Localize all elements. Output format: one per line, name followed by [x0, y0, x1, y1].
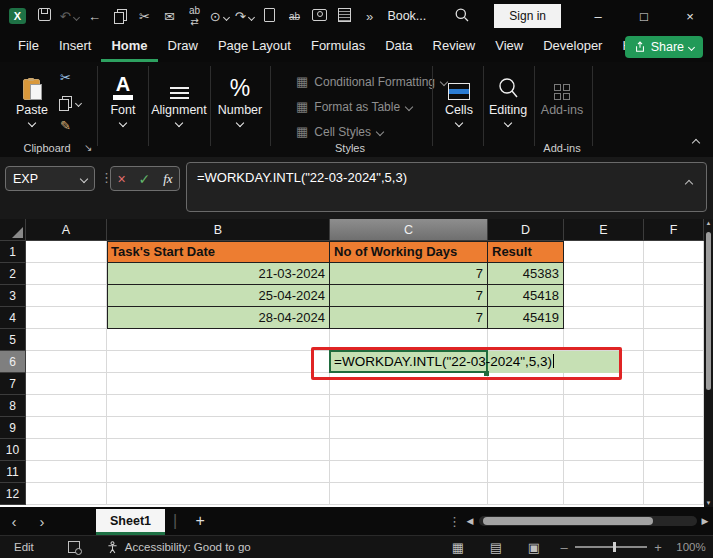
cell-a7[interactable]: [26, 373, 107, 395]
cell-a6[interactable]: [26, 351, 107, 373]
font-group-button[interactable]: A Font: [100, 68, 146, 126]
cell-a11[interactable]: [26, 461, 107, 483]
prev-sheet-icon[interactable]: ‹: [0, 513, 28, 530]
cell-c5[interactable]: [330, 329, 488, 351]
cell-e2[interactable]: [564, 263, 644, 285]
column-header-a[interactable]: A: [26, 219, 107, 241]
new-file-icon[interactable]: [257, 8, 282, 25]
back-icon[interactable]: ←: [82, 9, 107, 24]
zoom-level[interactable]: 100%: [669, 541, 713, 553]
cell-d8[interactable]: [488, 395, 564, 417]
row-header-1[interactable]: 1: [0, 241, 26, 263]
cell-d5[interactable]: [488, 329, 564, 351]
share-button[interactable]: Share: [625, 36, 703, 58]
cell-c2[interactable]: 7: [330, 263, 488, 285]
cell-b1[interactable]: Task's Start Date: [107, 241, 330, 263]
tab-formulas[interactable]: Formulas: [301, 32, 375, 62]
editing-group-button[interactable]: Editing: [485, 68, 531, 126]
page-break-view-icon[interactable]: ▣: [515, 540, 553, 555]
cell-c8[interactable]: [330, 395, 488, 417]
cell-a10[interactable]: [26, 439, 107, 461]
find-replace-icon[interactable]: ab⇄: [182, 5, 207, 27]
cell-f7[interactable]: [644, 373, 704, 395]
cell-d2[interactable]: 45383: [488, 263, 564, 285]
cell-d10[interactable]: [488, 439, 564, 461]
cell-a5[interactable]: [26, 329, 107, 351]
cell-d4[interactable]: 45419: [488, 307, 564, 329]
editing-cell-formula[interactable]: =WORKDAY.INTL("22-03-2024",5,3): [334, 351, 554, 373]
tab-file[interactable]: File: [8, 32, 49, 62]
camera-icon[interactable]: [307, 9, 332, 24]
conditional-formatting-button[interactable]: ▦ Conditional Formatting: [296, 74, 447, 89]
cut-icon[interactable]: ✂: [132, 9, 157, 24]
row-header-9[interactable]: 9: [0, 417, 26, 439]
enter-icon[interactable]: ✓: [139, 171, 151, 187]
column-header-b[interactable]: B: [107, 219, 330, 241]
cell-c7[interactable]: [330, 373, 488, 395]
close-button[interactable]: ×: [667, 9, 713, 24]
tab-review[interactable]: Review: [423, 32, 486, 62]
cell-d12[interactable]: [488, 483, 564, 505]
horizontal-scroll-thumb[interactable]: [483, 517, 653, 525]
page-layout-view-icon[interactable]: ▤: [477, 540, 515, 555]
cell-e12[interactable]: [564, 483, 644, 505]
cell-e5[interactable]: [564, 329, 644, 351]
cell-f12[interactable]: [644, 483, 704, 505]
horizontal-scrollbar[interactable]: [479, 516, 697, 526]
cell-d3[interactable]: 45418: [488, 285, 564, 307]
tab-data[interactable]: Data: [375, 32, 422, 62]
cell-styles-button[interactable]: ▦ Cell Styles: [296, 124, 383, 139]
add-sheet-button[interactable]: +: [185, 512, 215, 530]
cell-e3[interactable]: [564, 285, 644, 307]
tab-page-layout[interactable]: Page Layout: [208, 32, 301, 62]
row-header-11[interactable]: 11: [0, 461, 26, 483]
excel-logo-icon[interactable]: X: [9, 8, 26, 24]
tab-home[interactable]: Home: [101, 32, 157, 62]
cell-a12[interactable]: [26, 483, 107, 505]
cell-d7[interactable]: [488, 373, 564, 395]
cell-c10[interactable]: [330, 439, 488, 461]
save-icon[interactable]: [32, 8, 57, 24]
row-header-7[interactable]: 7: [0, 373, 26, 395]
search-icon[interactable]: [454, 7, 470, 26]
select-all-corner[interactable]: [0, 219, 26, 241]
zoom-slider-thumb[interactable]: [613, 542, 616, 552]
macro-recording-icon[interactable]: [68, 541, 80, 553]
cell-e10[interactable]: [564, 439, 644, 461]
cell-e11[interactable]: [564, 461, 644, 483]
minimize-button[interactable]: –: [575, 9, 621, 24]
row-header-3[interactable]: 3: [0, 285, 26, 307]
cell-c11[interactable]: [330, 461, 488, 483]
cell-f9[interactable]: [644, 417, 704, 439]
row-header-4[interactable]: 4: [0, 307, 26, 329]
cell-d9[interactable]: [488, 417, 564, 439]
addins-group-button[interactable]: Add-ins: [540, 68, 584, 117]
cell-d11[interactable]: [488, 461, 564, 483]
scroll-left-icon[interactable]: ◀: [461, 516, 479, 526]
number-group-button[interactable]: % Number: [214, 68, 266, 126]
cancel-icon[interactable]: ×: [117, 171, 125, 187]
column-header-f[interactable]: F: [644, 219, 704, 241]
formula-bar-collapse-icon[interactable]: [686, 175, 692, 190]
format-as-table-button[interactable]: ▦ Format as Table: [296, 99, 412, 114]
cell-b12[interactable]: [107, 483, 330, 505]
cell-f10[interactable]: [644, 439, 704, 461]
cell-c9[interactable]: [330, 417, 488, 439]
tab-developer[interactable]: Developer: [533, 32, 612, 62]
row-header-8[interactable]: 8: [0, 395, 26, 417]
scroll-right-icon[interactable]: ▶: [697, 516, 713, 526]
cell-f2[interactable]: [644, 263, 704, 285]
cell-f1[interactable]: [644, 241, 704, 263]
sign-in-button[interactable]: Sign in: [494, 4, 561, 28]
cell-a8[interactable]: [26, 395, 107, 417]
cell-b9[interactable]: [107, 417, 330, 439]
cell-a3[interactable]: [26, 285, 107, 307]
cell-f3[interactable]: [644, 285, 704, 307]
cell-e9[interactable]: [564, 417, 644, 439]
vertical-scrollbar[interactable]: ▲ ▼: [704, 219, 713, 507]
zoom-out-button[interactable]: –: [553, 540, 575, 555]
cell-f6[interactable]: [644, 351, 704, 373]
column-header-e[interactable]: E: [564, 219, 644, 241]
cell-f11[interactable]: [644, 461, 704, 483]
cell-b6[interactable]: [107, 351, 330, 373]
